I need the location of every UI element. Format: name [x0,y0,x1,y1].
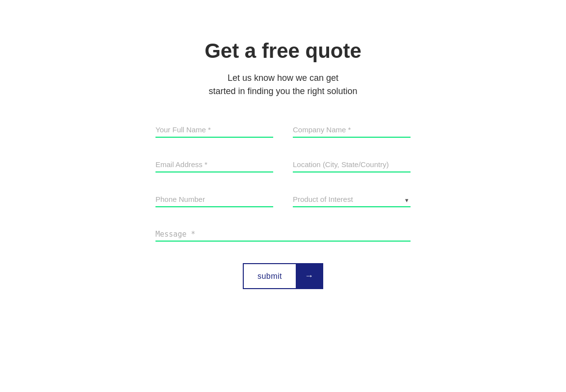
message-group [155,227,411,244]
email-input[interactable] [155,157,273,172]
submit-container: submit → [155,263,411,289]
arrow-icon: → [296,264,322,288]
full-name-input[interactable] [155,122,273,138]
location-group [293,157,411,172]
page-title: Get a free quote [205,39,361,63]
company-name-group [293,122,411,138]
message-textarea[interactable] [155,227,411,242]
product-select-wrapper: Product of Interest Option 1 Option 2 Op… [293,192,411,207]
phone-input[interactable] [155,192,273,207]
product-select[interactable]: Product of Interest Option 1 Option 2 Op… [293,192,411,207]
full-name-group [155,122,273,138]
page-subtitle: Let us know how we can get started in fi… [208,72,357,98]
form-row-3: Product of Interest Option 1 Option 2 Op… [155,192,411,207]
page-container: Get a free quote Let us know how we can … [0,39,566,289]
quote-form: Product of Interest Option 1 Option 2 Op… [155,122,411,289]
phone-group [155,192,273,207]
email-group [155,157,273,172]
product-group: Product of Interest Option 1 Option 2 Op… [293,192,411,207]
submit-label: submit [244,265,296,288]
form-row-1 [155,122,411,138]
location-input[interactable] [293,157,411,172]
form-row-4 [155,227,411,244]
submit-button[interactable]: submit → [243,263,323,289]
form-row-2 [155,157,411,172]
company-name-input[interactable] [293,122,411,138]
